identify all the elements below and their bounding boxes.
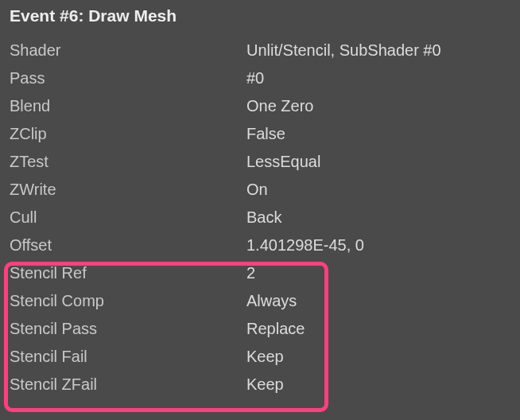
- property-label: ZWrite: [0, 181, 246, 199]
- property-row: Shader Unlit/Stencil, SubShader #0: [0, 37, 520, 64]
- property-value: Keep: [246, 348, 284, 366]
- property-value: Back: [246, 208, 281, 227]
- property-value: On: [246, 181, 268, 199]
- property-row: Stencil Pass Replace: [0, 315, 520, 343]
- property-row: Stencil Comp Always: [0, 287, 520, 315]
- property-row: Cull Back: [0, 204, 520, 231]
- property-label: Cull: [0, 208, 246, 227]
- property-value: Unlit/Stencil, SubShader #0: [246, 41, 441, 60]
- property-label: Stencil ZFail: [0, 375, 246, 394]
- property-label: Blend: [0, 97, 246, 115]
- property-row: Stencil Fail Keep: [0, 343, 520, 371]
- property-value: #0: [246, 69, 264, 88]
- property-label: Stencil Comp: [0, 292, 246, 310]
- property-value: Keep: [246, 375, 284, 394]
- property-row: ZTest LessEqual: [0, 148, 520, 176]
- property-row: Stencil ZFail Keep: [0, 371, 520, 399]
- property-row: Stencil Ref 2: [0, 259, 520, 287]
- property-value: Replace: [246, 320, 305, 338]
- event-details-panel: Event #6: Draw Mesh Shader Unlit/Stencil…: [0, 0, 520, 399]
- property-label: ZTest: [0, 153, 246, 171]
- property-value: One Zero: [246, 97, 313, 115]
- property-row: ZWrite On: [0, 176, 520, 204]
- property-label: ZClip: [0, 125, 246, 143]
- property-value: LessEqual: [246, 153, 320, 171]
- property-row: Pass #0: [0, 64, 520, 92]
- property-row: Offset 1.401298E-45, 0: [0, 231, 520, 259]
- property-value: Always: [246, 292, 297, 310]
- property-list: Shader Unlit/Stencil, SubShader #0 Pass …: [0, 37, 520, 399]
- property-label: Shader: [0, 41, 246, 60]
- panel-title: Event #6: Draw Mesh: [0, 6, 520, 25]
- property-label: Offset: [0, 236, 246, 255]
- property-value: 1.401298E-45, 0: [246, 236, 364, 255]
- property-label: Stencil Fail: [0, 348, 246, 366]
- property-label: Pass: [0, 69, 246, 88]
- property-value: 2: [246, 264, 255, 282]
- property-label: Stencil Ref: [0, 264, 246, 282]
- property-label: Stencil Pass: [0, 320, 246, 338]
- property-value: False: [246, 125, 285, 143]
- property-row: Blend One Zero: [0, 92, 520, 120]
- property-row: ZClip False: [0, 120, 520, 148]
